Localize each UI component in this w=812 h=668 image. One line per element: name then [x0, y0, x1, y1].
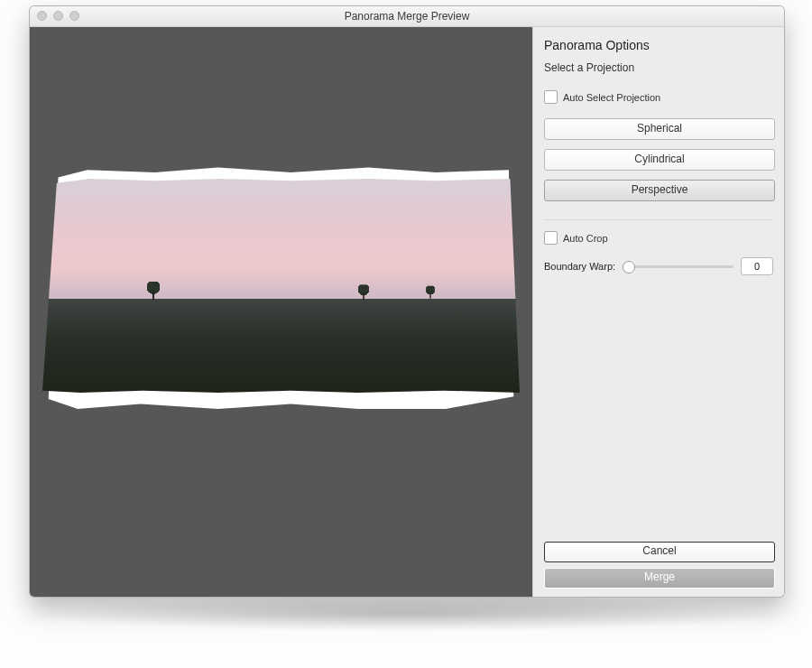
- panorama-preview-image: [39, 162, 523, 409]
- preview-pane[interactable]: [30, 27, 532, 598]
- slider-thumb-icon[interactable]: [623, 261, 635, 274]
- panorama-merge-window: Panorama Merge Preview Panorama Options …: [29, 5, 785, 598]
- auto-select-projection-label: Auto Select Projection: [563, 92, 660, 103]
- merge-button[interactable]: Merge: [544, 568, 775, 589]
- boundary-warp-slider[interactable]: [623, 260, 734, 273]
- boundary-warp-value[interactable]: 0: [741, 257, 773, 275]
- boundary-warp-row: Boundary Warp: 0: [544, 257, 773, 275]
- close-icon[interactable]: [37, 11, 47, 21]
- window-shadow: [29, 596, 783, 632]
- auto-select-projection-checkbox[interactable]: [544, 90, 558, 104]
- cancel-button[interactable]: Cancel: [544, 542, 775, 562]
- sidebar-footer: Cancel Merge: [533, 529, 784, 598]
- sidebar-subheading: Select a Projection: [544, 61, 773, 74]
- projection-button-group: Spherical Cylindrical Perspective: [544, 118, 773, 210]
- projection-cylindrical-button[interactable]: Cylindrical: [544, 149, 775, 171]
- auto-crop-checkbox[interactable]: [544, 231, 558, 245]
- auto-select-projection-row[interactable]: Auto Select Projection: [544, 90, 773, 104]
- titlebar: Panorama Merge Preview: [30, 6, 784, 27]
- divider: [544, 219, 773, 220]
- boundary-warp-label: Boundary Warp:: [544, 261, 615, 272]
- window-title: Panorama Merge Preview: [345, 10, 470, 23]
- auto-crop-label: Auto Crop: [563, 233, 608, 244]
- maximize-icon[interactable]: [69, 11, 79, 21]
- options-sidebar: Panorama Options Select a Projection Aut…: [532, 27, 784, 598]
- auto-crop-row[interactable]: Auto Crop: [544, 231, 773, 245]
- projection-perspective-button[interactable]: Perspective: [544, 180, 775, 201]
- window-controls: [37, 11, 79, 21]
- projection-spherical-button[interactable]: Spherical: [544, 118, 775, 140]
- minimize-icon[interactable]: [53, 11, 63, 21]
- sidebar-heading: Panorama Options: [544, 38, 773, 52]
